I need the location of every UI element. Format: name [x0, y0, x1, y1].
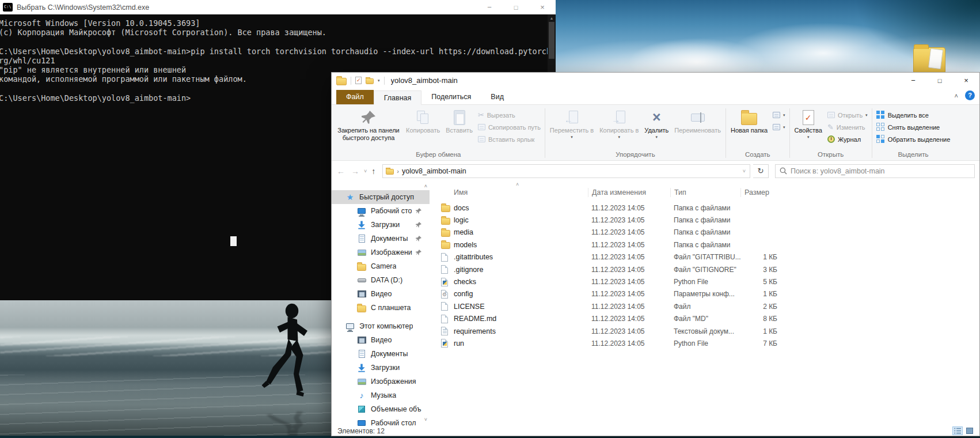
sidebar-item-desktop[interactable]: Рабочий стол [332, 416, 430, 426]
minimize-button[interactable]: − [476, 0, 503, 14]
close-button[interactable]: × [529, 0, 556, 14]
history-button[interactable]: Журнал [825, 134, 870, 145]
file-type: Текстовый докум... [670, 327, 740, 335]
sidebar-item-downloads[interactable]: Загрузки [332, 218, 430, 232]
pin-to-quick-access-button[interactable]: Закрепить на панели быстрого доступа [334, 107, 403, 150]
sidebar-item-3d-objects[interactable]: Объемные объ [332, 402, 430, 416]
tab-home[interactable]: Главная [374, 90, 422, 105]
table-row[interactable]: .gitattributes 11.12.2023 14:05 Файл "GI… [430, 251, 979, 263]
column-header-date[interactable]: Дата изменения [588, 188, 670, 197]
tab-view[interactable]: Вид [481, 90, 514, 104]
tab-file[interactable]: Файл [336, 90, 374, 104]
address-dropdown-icon[interactable]: ˅ [743, 168, 747, 174]
forward-icon[interactable]: → [350, 167, 361, 176]
sidebar-item-videos[interactable]: Видео [332, 333, 430, 347]
minimize-button[interactable]: − [900, 73, 926, 88]
explorer-titlebar[interactable]: ▾ yolov8_aimbot-main − □ × [332, 73, 979, 88]
sidebar-item-data-drive[interactable]: DATA (D:) [332, 273, 430, 287]
new-item-button[interactable]: ▾ [770, 110, 788, 120]
sidebar-item-music[interactable]: ♪ Музыка [332, 388, 430, 402]
sidebar-item-this-pc[interactable]: Этот компьютер [332, 319, 430, 333]
pin-icon [362, 111, 375, 124]
open-button[interactable]: Открыть ▾ [825, 110, 870, 120]
scroll-up-icon[interactable]: ▲ [550, 16, 554, 20]
new-folder-quick-icon[interactable] [366, 78, 374, 84]
sidebar-item-pictures[interactable]: Изображения [332, 375, 430, 388]
close-button[interactable]: × [953, 73, 979, 88]
sidebar-item-quick-access[interactable]: ★ Быстрый доступ [332, 190, 430, 204]
select-all-button[interactable]: Выделить все [874, 110, 953, 120]
table-row[interactable]: LICENSE 11.12.2023 14:05 Файл 2 КБ [430, 300, 979, 312]
column-header-name[interactable]: Имя [454, 188, 588, 197]
collapse-ribbon-icon[interactable]: ˄ [955, 92, 958, 99]
new-folder-button[interactable]: Новая папка [728, 107, 770, 150]
sidebar-item-downloads[interactable]: Загрузки [332, 361, 430, 375]
desktop-icon [357, 418, 366, 426]
scrollbar-thumb[interactable] [549, 22, 554, 59]
easy-access-button[interactable]: ▾ [770, 122, 788, 133]
properties-button[interactable]: Свойства ▾ [792, 107, 825, 150]
table-row[interactable]: models 11.12.2023 14:05 Папка с файлами [430, 239, 979, 251]
sidebar-item-label: DATA (D:) [371, 276, 402, 284]
file-size: 3 КБ [740, 266, 780, 274]
maximize-button[interactable]: □ [503, 0, 529, 14]
table-row[interactable]: .gitignore 11.12.2023 14:05 Файл "GITIGN… [430, 263, 979, 275]
table-row[interactable]: docs 11.12.2023 14:05 Папка с файлами [430, 202, 979, 214]
invert-selection-button[interactable]: Обратить выделение [874, 134, 953, 145]
table-row[interactable]: media 11.12.2023 14:05 Папка с файлами [430, 226, 979, 239]
table-row[interactable]: requirements 11.12.2023 14:05 Текстовый … [430, 325, 979, 337]
sidebar-item-camera[interactable]: Camera [332, 259, 430, 273]
maximize-button[interactable]: □ [926, 73, 953, 88]
cut-button[interactable]: ✂ Вырезать [476, 110, 543, 120]
file-name: checks [454, 278, 588, 286]
sidebar-item-pictures[interactable]: Изображени [332, 246, 430, 259]
cmd-titlebar[interactable]: C:\ Выбрать C:\Windows\System32\cmd.exe … [0, 0, 556, 14]
sidebar-item-from-tablet[interactable]: С планшета [332, 301, 430, 315]
table-row[interactable]: config 11.12.2023 14:05 Параметры конф..… [430, 288, 979, 300]
delete-button[interactable]: × Удалить ▾ [641, 107, 671, 150]
cut-label: Вырезать [487, 112, 515, 119]
refresh-button[interactable]: ↻ [753, 164, 769, 178]
paste-button[interactable]: Вставить [443, 107, 476, 150]
properties-quick-icon[interactable] [355, 77, 362, 84]
sidebar-item-label: С планшета [371, 304, 411, 312]
paste-shortcut-button[interactable]: Вставить ярлык [476, 134, 543, 145]
customize-toolbar-icon[interactable]: ▾ [378, 78, 380, 83]
table-row[interactable]: logic 11.12.2023 14:05 Папка с файлами [430, 214, 979, 226]
tab-share[interactable]: Поделиться [421, 90, 481, 104]
recent-locations-icon[interactable]: ˅ [364, 168, 367, 174]
breadcrumb[interactable]: yolov8_aimbot-main [402, 167, 466, 175]
sidebar-item-videos[interactable]: Видео [332, 287, 430, 301]
details-view-icon [954, 428, 961, 434]
back-icon[interactable]: ← [335, 167, 347, 176]
copy-path-button[interactable]: Скопировать путь [476, 122, 543, 133]
sidebar-item-label: Загрузки [371, 364, 400, 372]
thumbnails-view-button[interactable] [964, 426, 975, 435]
rename-button[interactable]: Переименовать [671, 107, 724, 150]
search-input[interactable] [791, 167, 970, 175]
scroll-up-icon[interactable]: ˄ [424, 183, 427, 189]
edit-button[interactable]: ✎ Изменить [825, 122, 870, 133]
address-input[interactable]: › yolov8_aimbot-main ˅ [382, 164, 750, 178]
copy-button[interactable]: Копировать [403, 107, 443, 150]
table-row[interactable]: checks 11.12.2023 14:05 Python File 5 КБ [430, 275, 979, 288]
up-icon[interactable]: ↑ [370, 167, 377, 176]
scroll-down-icon[interactable]: ˅ [424, 417, 427, 422]
column-header-size[interactable]: Размер [740, 188, 780, 197]
file-name: logic [454, 216, 588, 224]
column-header-type[interactable]: Тип [670, 188, 740, 197]
sidebar-item-documents[interactable]: Документы [332, 232, 430, 246]
table-row[interactable]: run 11.12.2023 14:05 Python File 7 КБ [430, 337, 979, 349]
help-icon[interactable]: ? [965, 90, 975, 100]
table-row[interactable]: README.md 11.12.2023 14:05 Файл "MD" 8 К… [430, 313, 979, 325]
select-none-icon [876, 123, 885, 131]
sidebar-item-documents[interactable]: Документы [332, 347, 430, 361]
details-view-button[interactable] [952, 426, 963, 435]
desktop-folder-icon[interactable] [913, 47, 945, 74]
runner-silhouette [259, 300, 320, 412]
sidebar-item-desktop[interactable]: Рабочий сто [332, 204, 430, 218]
search-field[interactable] [775, 164, 975, 178]
copy-to-button[interactable]: → Копировать в ▾ [597, 107, 641, 150]
select-none-button[interactable]: Снять выделение [874, 122, 953, 133]
move-to-button[interactable]: ← Переместить в ▾ [547, 107, 597, 150]
